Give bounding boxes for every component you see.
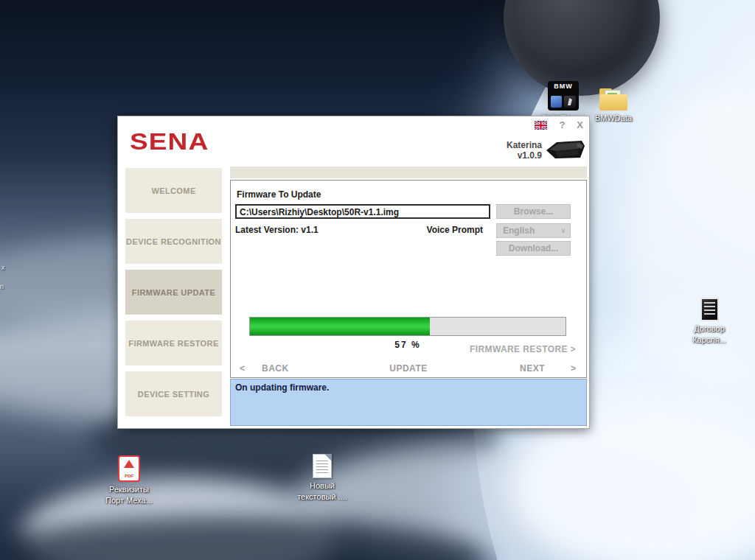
next-button[interactable]: NEXT [520,363,545,374]
voice-prompt-select[interactable]: English ∨ [496,223,571,238]
firmware-restore-link[interactable]: FIRMWARE RESTORE > [470,344,576,354]
firmware-path-input[interactable]: C:\Users\Rizhiy\Desktop\50R-v1.1.img [235,204,490,219]
partial-icon-label: n [0,283,4,290]
sidebar-item-welcome[interactable]: WELCOME [125,168,222,213]
progress-fill [250,318,430,335]
icon-label: BMWData [582,113,645,124]
wizard-nav: < BACK UPDATE NEXT > [231,363,586,377]
sena-logo: SENA [130,128,209,155]
chevron-down-icon: ∨ [560,227,566,234]
latest-version-label: Latest Version: v1.1 [235,225,319,235]
sidebar-item-device-setting[interactable]: DEVICE SETTING [125,371,222,416]
device-version: v1.0.9 [507,150,542,161]
main-header-strip [230,167,587,178]
close-button[interactable]: X [577,120,583,130]
desktop-icon-novyy[interactable]: Новый текстовый .... [290,454,354,503]
sidebar-item-firmware-update[interactable]: FIRMWARE UPDATE [125,270,222,315]
section-title: Firmware To Update [237,189,321,200]
device-name: Katerina [507,140,542,150]
progress-bar-track [249,317,566,336]
pdf-icon: PDF [118,455,140,482]
browse-button[interactable]: Browse... [496,204,571,219]
icon-label: Новый текстовый .... [290,480,354,503]
firmware-update-panel: Firmware To Update C:\Users\Rizhiy\Deskt… [230,180,587,378]
desktop-icon-rekvizity[interactable]: PDF Реквизиты Порт Меха... [97,455,161,506]
bmw-badge-text: BMW [548,83,579,90]
icon-label: Договор Карсля... [678,323,741,346]
desktop-icon-bmwdata[interactable]: BMWData [582,88,645,124]
next-arrow-icon[interactable]: > [571,363,576,374]
document-icon [700,298,719,321]
sidebar-item-firmware-restore[interactable]: FIRMWARE RESTORE [125,321,222,365]
sena-device-manager-window: ? X SENA Katerina v1.0.9 WELCOME DEVICE … [117,116,590,429]
status-message-area: On updating firmware. [230,379,587,426]
desktop-icon-dogovor[interactable]: Договор Карсля... [678,298,741,346]
device-info: Katerina v1.0.9 [507,140,542,161]
voice-prompt-value: English [503,225,535,236]
titlebar-controls: ? X [535,120,583,130]
desktop: BMW BMWDiag... BMWData Договор Карсля...… [0,0,755,560]
sidebar-item-device-recognition[interactable]: DEVICE RECOGNITION [125,219,222,264]
voice-prompt-label: Voice Prompt [427,225,483,235]
folder-icon [599,88,627,111]
headset-image [543,139,586,161]
text-file-icon [313,454,332,478]
download-button[interactable]: Download... [496,241,571,256]
sidebar-nav: WELCOME DEVICE RECOGNITION FIRMWARE UPDA… [125,168,222,422]
partial-icon-label: x [1,264,5,271]
icon-label: Реквизиты Порт Меха... [97,484,161,506]
bmw-app-icon: BMW [548,81,579,111]
language-flag-icon[interactable] [535,121,547,130]
help-button[interactable]: ? [559,120,565,130]
